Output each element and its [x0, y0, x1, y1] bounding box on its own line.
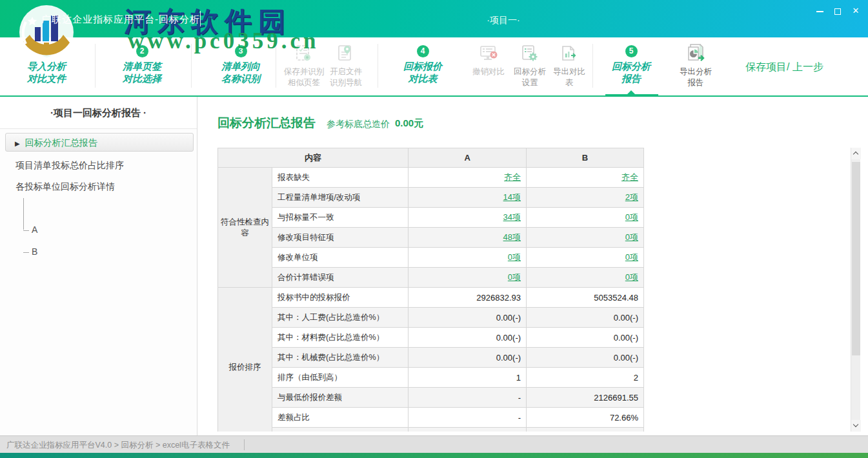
cell-link-a[interactable]: 48项 [503, 232, 521, 242]
cell [272, 428, 408, 432]
step-label-line1: 回标分析 [599, 60, 663, 72]
cell: 48项 [409, 228, 527, 248]
cell: 0项 [527, 248, 644, 268]
cell-link-b[interactable]: 齐全 [621, 172, 638, 182]
row-label: 与最低价报价差额 [272, 388, 408, 408]
row-label: 报表缺失 [272, 168, 408, 188]
vertical-scrollbar[interactable] [851, 148, 860, 432]
open-file-recognize-nav-button[interactable]: 开启文件 识别导航 [324, 43, 368, 88]
save-project-back-link[interactable]: 保存项目/ 上一步 [745, 61, 849, 74]
export-analysis-report-button[interactable]: 导出分析 报告 [672, 43, 720, 88]
step-label-line1: 清单列向 [208, 60, 273, 72]
button-label-line1: 撤销对比 [467, 66, 510, 77]
cell: 2项 [527, 188, 644, 208]
row-label: 其中：机械费(占比总造价%） [272, 348, 408, 368]
cell-value-a: 2926832.93 [409, 288, 527, 308]
minimize-icon [816, 11, 823, 12]
sidebar-item-price-ranking[interactable]: 项目清单投标总价占比排序 [15, 160, 124, 172]
button-label-line2: 识别导航 [324, 77, 368, 88]
app-logo-icon [17, 3, 76, 62]
row-label: 其中：人工费(占比总造价%） [272, 308, 408, 328]
close-icon: ✕ [853, 6, 860, 15]
report-table-container: 内容 A B 符合性检查内容报表缺失齐全齐全工程量清单增项/改动项14项2项与招… [217, 148, 645, 432]
table-row: 报价排序投标书中的投标报价2926832.935053524.48 [218, 288, 644, 308]
cell-link-b[interactable]: 0项 [625, 232, 638, 242]
cell: 0项 [527, 208, 644, 228]
status-separator [244, 439, 245, 450]
table-row: 符合性检查内容报表缺失齐全齐全 [218, 168, 644, 188]
sidebar-item-bidder-details[interactable]: 各投标单位回标分析详情 [15, 181, 115, 193]
cell-value-a: 1 [409, 368, 527, 388]
export-compare-table-button[interactable]: 导出对比 表 [549, 43, 589, 88]
scroll-up-button[interactable] [851, 148, 861, 159]
cell: 0项 [409, 268, 527, 288]
selected-arrow-icon: ▶ [15, 140, 20, 147]
step-label-line2: 对比表 [390, 72, 455, 85]
scrollbar-thumb[interactable] [852, 162, 860, 355]
cell-link-b[interactable]: 0项 [625, 272, 638, 282]
cell-link-b[interactable]: 0项 [625, 212, 638, 222]
cell-link-b[interactable]: 2项 [625, 192, 638, 202]
table-row: 修改项目特征项48项0项 [218, 228, 644, 248]
cell-link-a[interactable]: 0项 [508, 252, 521, 262]
row-label: 与招标量不一致 [272, 208, 408, 228]
table-row: 其中：材料费(占比总造价%）0.00(-)0.00(-) [218, 328, 644, 348]
button-label-line1: 保存并识别 [280, 66, 328, 77]
header-bidder-a: A [409, 148, 527, 168]
chevron-up-icon [853, 152, 858, 157]
bottom-accent-strip [0, 453, 868, 458]
row-label: 差额占比 [272, 408, 408, 428]
cell-link-a[interactable]: 14项 [503, 192, 521, 202]
cell: 34项 [409, 208, 527, 228]
scroll-down-button[interactable] [851, 420, 861, 432]
step-bid-analysis-report[interactable]: 5 回标分析 报告 [599, 45, 663, 85]
table-row: 修改单位项0项0项 [218, 248, 644, 268]
cell: 14项 [409, 188, 527, 208]
cell: 0项 [409, 248, 527, 268]
toolbar-divider [592, 44, 593, 88]
maximize-icon [834, 8, 841, 15]
button-label-line2: 设置 [509, 77, 550, 88]
active-step-indicator [605, 94, 658, 97]
row-label: 合价计算错误项 [272, 268, 408, 288]
cell-link-a[interactable]: 齐全 [504, 172, 521, 182]
table-row: 排序（由低到高）12 [218, 368, 644, 388]
report-table-body: 符合性检查内容报表缺失齐全齐全工程量清单增项/改动项14项2项与招标量不一致34… [218, 168, 644, 432]
header-bidder-b: B [527, 148, 644, 168]
sidebar-item-label: 回标分析汇总报告 [25, 137, 97, 148]
cell-link-a[interactable]: 0项 [508, 272, 521, 282]
row-label: 工程量清单增项/改动项 [272, 188, 408, 208]
cell-value-b: 0.00(-) [527, 308, 644, 328]
toolbar-divider [95, 44, 96, 88]
group-label: 符合性检查内容 [218, 168, 272, 288]
maximize-button[interactable] [832, 5, 843, 17]
step-bid-price-compare-table[interactable]: 4 回标报价 对比表 [390, 45, 455, 85]
title-separator [200, 11, 201, 26]
sidebar-title: ·项目一回标分析报告 · [0, 97, 197, 129]
analysis-settings-button[interactable]: 回标分析 设置 [509, 43, 550, 88]
cell-link-a[interactable]: 34项 [503, 212, 521, 222]
cell-link-b[interactable]: 0项 [625, 252, 638, 262]
export-table-icon [549, 43, 589, 65]
cell-value-b: 0.00(-) [527, 348, 644, 368]
report-table: 内容 A B 符合性检查内容报表缺失齐全齐全工程量清单增项/改动项14项2项与招… [217, 148, 644, 432]
sidebar-tree-item-a[interactable]: A [23, 224, 37, 235]
step-label-line2: 报告 [599, 72, 663, 85]
table-row: 其中：人工费(占比总造价%）0.00(-)0.00(-) [218, 308, 644, 328]
window-controls: ✕ [814, 5, 862, 17]
step-label-line1: 回标报价 [390, 60, 455, 72]
sidebar-tree-item-b[interactable]: B [23, 246, 37, 257]
close-button[interactable]: ✕ [850, 5, 862, 17]
undo-compare-button[interactable]: 撤销对比 [467, 43, 510, 77]
table-row: 工程量清单增项/改动项14项2项 [218, 188, 644, 208]
minimize-button[interactable] [814, 5, 825, 17]
sidebar-item-summary-report[interactable]: ▶回标分析汇总报告 [5, 133, 194, 152]
chevron-down-icon [853, 422, 858, 427]
report-title: 回标分析汇总报告 [217, 115, 316, 132]
button-label-line1: 导出分析 [672, 66, 720, 77]
step-label-line1: 清单页签 [110, 60, 174, 72]
cell [409, 428, 527, 432]
button-label-line2: 报告 [672, 77, 720, 88]
row-label: 其中：材料费(占比总造价%） [272, 328, 408, 348]
project-name-label: ·项目一· [452, 15, 555, 26]
